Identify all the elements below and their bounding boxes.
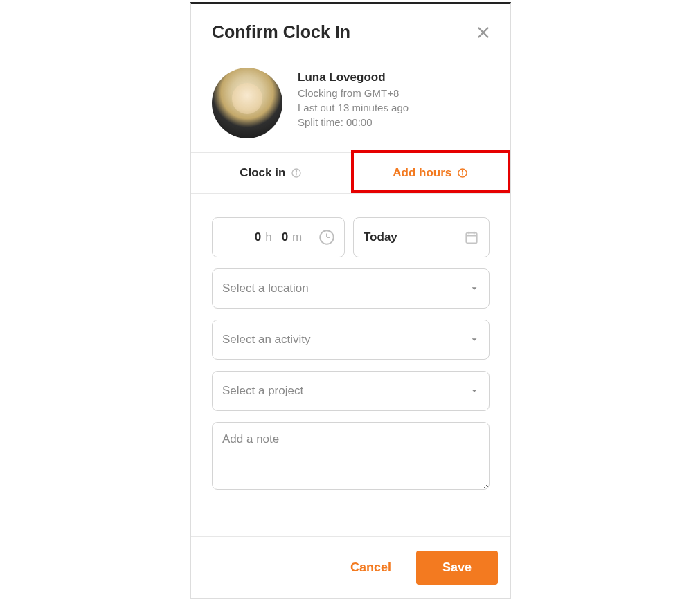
tab-add-hours[interactable]: Add hours	[351, 153, 511, 193]
minutes-unit: m	[292, 230, 302, 244]
user-split-time: Split time: 00:00	[298, 116, 409, 128]
tab-clock-in[interactable]: Clock in	[191, 153, 351, 193]
modal-body: Luna Lovegood Clocking from GMT+8 Last o…	[191, 55, 510, 536]
location-select[interactable]: Select a location	[212, 268, 490, 309]
user-clocking-from: Clocking from GMT+8	[298, 87, 409, 99]
hours-unit: h	[265, 230, 271, 244]
user-last-out: Last out 13 minutes ago	[298, 102, 409, 113]
svg-rect-11	[466, 233, 477, 244]
divider	[212, 518, 490, 518]
project-select[interactable]: Select a project	[212, 371, 490, 411]
activity-placeholder: Select an activity	[222, 333, 311, 347]
cancel-button[interactable]: Cancel	[342, 553, 400, 582]
note-textarea[interactable]	[212, 422, 490, 490]
date-input[interactable]: Today	[353, 217, 490, 257]
chevron-down-icon	[469, 335, 479, 345]
avatar	[212, 68, 282, 138]
user-row: Luna Lovegood Clocking from GMT+8 Last o…	[212, 68, 490, 138]
save-button[interactable]: Save	[416, 551, 498, 585]
tab-clock-in-label: Clock in	[240, 166, 285, 180]
form-area: 0 h 0 m Today	[212, 194, 490, 529]
minutes-value: 0	[282, 230, 288, 244]
tabs: Clock in Add hours	[191, 152, 510, 194]
chevron-down-icon	[469, 386, 479, 396]
date-label: Today	[364, 230, 397, 244]
user-name: Luna Lovegood	[298, 71, 409, 84]
chevron-down-icon	[469, 284, 479, 293]
close-icon[interactable]	[476, 25, 491, 40]
confirm-clock-in-modal: Confirm Clock In Luna Lovegood Clocking …	[190, 2, 511, 599]
activity-select[interactable]: Select an activity	[212, 320, 490, 360]
hours-value: 0	[255, 230, 261, 244]
info-icon	[291, 167, 302, 179]
modal-header: Confirm Clock In	[191, 4, 510, 55]
info-icon	[457, 167, 468, 179]
location-placeholder: Select a location	[222, 282, 309, 295]
svg-point-4	[296, 170, 297, 171]
project-placeholder: Select a project	[222, 384, 303, 398]
user-meta: Luna Lovegood Clocking from GMT+8 Last o…	[298, 68, 409, 128]
duration-input[interactable]: 0 h 0 m	[212, 217, 345, 257]
modal-title: Confirm Clock In	[212, 22, 350, 42]
tab-add-hours-label: Add hours	[393, 166, 451, 180]
calendar-icon	[464, 230, 479, 245]
clock-icon	[318, 228, 336, 246]
modal-footer: Cancel Save	[191, 536, 510, 598]
row-duration-date: 0 h 0 m Today	[212, 217, 490, 257]
svg-point-7	[463, 170, 463, 171]
